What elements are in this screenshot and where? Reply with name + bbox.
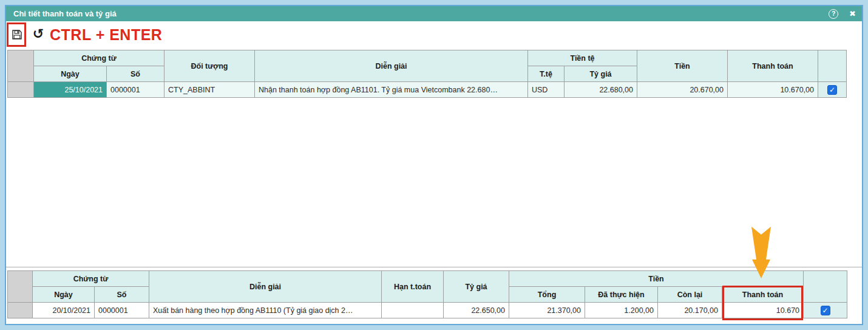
close-icon[interactable]: ✖ bbox=[849, 9, 856, 19]
cell-t-te[interactable]: USD bbox=[528, 82, 565, 98]
cell-ty-gia[interactable]: 22.680,00 bbox=[565, 82, 637, 98]
col-header-dien-giai: Diễn giải bbox=[149, 271, 382, 303]
col-header-doi-tuong: Đối tượng bbox=[164, 50, 255, 82]
thanh-toan-highlight-box bbox=[722, 286, 803, 320]
cell-thanh-toan[interactable]: 10.670,00 bbox=[728, 82, 818, 98]
cell-dien-giai[interactable]: Nhận thanh toán hợp đồng AB1101. Tỷ giá … bbox=[255, 82, 528, 98]
cell-doi-tuong[interactable]: CTY_ABBINT bbox=[164, 82, 255, 98]
col-header-tong: Tổng bbox=[509, 287, 585, 303]
col-header-han-t-toan: Hạn t.toán bbox=[382, 271, 444, 303]
section-separator bbox=[6, 267, 862, 267]
col-header-tien-te: Tiền tệ bbox=[528, 50, 637, 66]
shortcut-hint: CTRL + ENTER bbox=[50, 26, 162, 44]
cell-so[interactable]: 0000001 bbox=[95, 303, 149, 318]
refresh-icon: ↺ bbox=[33, 26, 44, 42]
cell-so[interactable]: 0000001 bbox=[107, 82, 164, 98]
row-selector-cell[interactable] bbox=[8, 82, 34, 98]
table-row: 25/10/2021 0000001 CTY_ABBINT Nhận thanh… bbox=[8, 82, 847, 98]
invoice-documents-table: Chứng từ Diễn giải Hạn t.toán Tỷ giá Tiề… bbox=[7, 270, 847, 318]
cell-tien[interactable]: 20.670,00 bbox=[637, 82, 728, 98]
col-header-chung-tu: Chứng từ bbox=[34, 50, 164, 66]
refresh-button[interactable]: ↺ bbox=[30, 25, 46, 43]
col-header-thanh-toan: Thanh toán bbox=[728, 50, 818, 82]
cell-da-thuc-hien[interactable]: 1.200,00 bbox=[585, 303, 658, 318]
row-selector-cell[interactable] bbox=[8, 303, 33, 318]
row-selector-header bbox=[8, 50, 34, 82]
col-header-so: Số bbox=[107, 66, 164, 82]
cell-con-lai[interactable]: 20.170,00 bbox=[658, 303, 722, 318]
cell-checkbox: ✓ bbox=[818, 82, 847, 98]
col-header-ngay: Ngày bbox=[34, 66, 107, 82]
col-header-tien: Tiền bbox=[637, 50, 728, 82]
col-header-dien-giai: Diễn giải bbox=[255, 50, 528, 82]
row-checkbox[interactable]: ✓ bbox=[821, 306, 830, 315]
col-header-da-thuc-hien: Đã thực hiện bbox=[585, 287, 658, 303]
col-header-ty-gia: Tỷ giá bbox=[565, 66, 637, 82]
screen: Chi tiết thanh toán và tỷ giá ? ✖ ↺ CTRL… bbox=[0, 0, 868, 330]
cell-ngay[interactable]: 25/10/2021 bbox=[34, 82, 107, 98]
cell-ngay[interactable]: 20/10/2021 bbox=[33, 303, 95, 318]
table-row: 20/10/2021 0000001 Xuất bán hàng theo hợ… bbox=[8, 303, 847, 318]
row-checkbox[interactable]: ✓ bbox=[827, 85, 837, 95]
help-icon[interactable]: ? bbox=[829, 9, 838, 19]
cell-checkbox: ✓ bbox=[804, 303, 847, 318]
col-header-checkbox bbox=[804, 271, 847, 303]
cell-tong[interactable]: 21.370,00 bbox=[509, 303, 585, 318]
row-selector-header bbox=[8, 271, 33, 303]
dialog-title: Chi tiết thanh toán và tỷ giá bbox=[13, 9, 117, 18]
col-header-t-te: T.tệ bbox=[528, 66, 565, 82]
titlebar-icons: ? ✖ bbox=[829, 9, 856, 19]
col-header-so: Số bbox=[95, 287, 149, 303]
cell-dien-giai[interactable]: Xuất bán hàng theo hợp đồng AB1110 (Tỷ g… bbox=[149, 303, 382, 318]
col-header-ty-gia: Tỷ giá bbox=[444, 271, 509, 303]
col-header-con-lai: Còn lại bbox=[658, 287, 722, 303]
col-header-checkbox bbox=[818, 50, 847, 82]
cell-han-t-toan[interactable] bbox=[382, 303, 444, 318]
col-header-ngay: Ngày bbox=[33, 287, 95, 303]
save-icon bbox=[11, 29, 23, 41]
dialog-titlebar[interactable]: Chi tiết thanh toán và tỷ giá ? ✖ bbox=[6, 6, 862, 21]
save-button[interactable] bbox=[10, 27, 24, 42]
payment-documents-table: Chứng từ Đối tượng Diễn giải Tiền tệ Tiề… bbox=[7, 50, 847, 98]
payment-detail-dialog: Chi tiết thanh toán và tỷ giá ? ✖ ↺ CTRL… bbox=[5, 5, 863, 325]
col-header-chung-tu: Chứng từ bbox=[33, 271, 149, 287]
orange-down-arrow-icon bbox=[750, 225, 772, 280]
cell-ty-gia[interactable]: 22.650,00 bbox=[444, 303, 509, 318]
